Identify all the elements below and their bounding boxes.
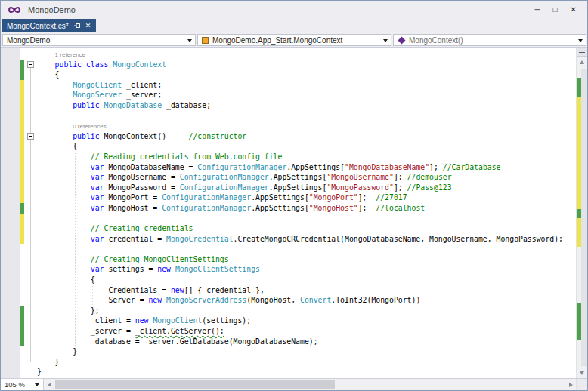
horizontal-scrollbar[interactable] bbox=[44, 379, 576, 390]
code-line[interactable]: var MongoPassword = ConfigurationManager… bbox=[1, 183, 576, 193]
code-token: //constructor bbox=[189, 132, 247, 140]
scroll-up-button[interactable] bbox=[577, 57, 587, 67]
code-line[interactable]: var MongoHost = ConfigurationManager.App… bbox=[1, 203, 576, 214]
scrollbar-change-mark bbox=[577, 143, 581, 152]
code-token bbox=[37, 347, 73, 356]
code-line[interactable] bbox=[1, 214, 576, 224]
tab-mongocontext[interactable]: MongoContext.cs* ✕ bbox=[2, 19, 96, 32]
code-token: Credentials = bbox=[108, 286, 171, 294]
code-line[interactable]: var MongoPort = ConfigurationManager.App… bbox=[1, 192, 576, 203]
code-line[interactable]: Credentials = new[] { credential }, bbox=[1, 285, 576, 296]
class-icon bbox=[202, 37, 209, 44]
code-token bbox=[37, 91, 73, 99]
scrollbar-change-mark bbox=[577, 312, 581, 321]
scrollbar-change-mark bbox=[577, 190, 581, 199]
zoom-dropdown-icon bbox=[35, 383, 39, 386]
code-line[interactable]: _database = _server.GetDatabase(MongoDat… bbox=[1, 337, 576, 347]
scroll-down-button[interactable] bbox=[577, 368, 587, 378]
code-token: var bbox=[91, 265, 104, 273]
code-token: "MongoUsername" bbox=[326, 173, 393, 181]
tab-close-icon[interactable]: ✕ bbox=[85, 23, 91, 29]
code-lines[interactable]: 1 reference public class MongoContext { … bbox=[1, 49, 576, 378]
code-line[interactable]: // Reading credentials from Web.config f… bbox=[1, 152, 576, 162]
code-line[interactable]: } bbox=[1, 346, 576, 357]
scrollbar-change-mark bbox=[577, 125, 581, 134]
split-handle-icon[interactable] bbox=[577, 48, 587, 57]
code-line[interactable] bbox=[1, 111, 576, 122]
code-line[interactable]: var MongoUsername = ConfigurationManager… bbox=[1, 172, 576, 183]
code-line[interactable] bbox=[1, 244, 576, 254]
scroll-left-button[interactable] bbox=[44, 379, 54, 390]
vertical-scrollbar[interactable] bbox=[576, 48, 587, 378]
scrollbar-change-mark bbox=[577, 331, 581, 340]
code-line[interactable]: var settings = new MongoClientSettings bbox=[1, 264, 576, 275]
pin-icon[interactable] bbox=[73, 22, 81, 29]
code-token bbox=[37, 60, 55, 69]
code-token bbox=[37, 306, 91, 315]
code-token: ]; bbox=[394, 183, 407, 192]
code-line[interactable]: }; bbox=[1, 306, 576, 316]
visual-studio-logo-icon bbox=[7, 4, 22, 16]
code-line[interactable]: _client = new MongoClient(settings); bbox=[1, 316, 576, 326]
scrollbar-change-mark bbox=[577, 78, 581, 87]
code-line[interactable]: MongoClient _client; bbox=[1, 80, 576, 91]
code-token bbox=[37, 224, 91, 232]
code-line[interactable]: public class MongoContext bbox=[1, 60, 576, 70]
code-line[interactable]: var MongoDatabaseName = ConfigurationMan… bbox=[1, 162, 576, 173]
code-line[interactable]: { bbox=[1, 69, 576, 80]
codelens-row[interactable]: 1 reference bbox=[1, 49, 576, 60]
maximize-button[interactable]: □ bbox=[553, 6, 558, 14]
code-token bbox=[37, 70, 55, 79]
code-line[interactable]: _server = _client.GetServer(); bbox=[1, 326, 576, 337]
minimize-button[interactable]: ─ bbox=[534, 6, 540, 14]
window-controls: ─ □ ✕ bbox=[534, 6, 581, 14]
code-token: _database; bbox=[162, 101, 211, 109]
zoom-control[interactable]: 105 % bbox=[1, 379, 44, 390]
code-line[interactable]: Server = new MongoServerAddress(MongoHos… bbox=[1, 295, 576, 306]
navigation-bar: MongoDemo MongoDemo.App_Start.MongoConte… bbox=[1, 32, 587, 48]
code-line[interactable]: public MongoContext() //constructor bbox=[1, 131, 576, 142]
codelens-row[interactable]: 0 references bbox=[1, 121, 576, 131]
code-line[interactable]: // Creating MongoClientSettings bbox=[1, 254, 576, 265]
vs-window: MongoDemo ─ □ ✕ MongoContext.cs* ✕ Mongo… bbox=[0, 0, 588, 391]
code-line[interactable]: { bbox=[1, 141, 576, 152]
close-button[interactable]: ✕ bbox=[571, 6, 577, 14]
codelens-label[interactable]: 0 references bbox=[73, 123, 106, 130]
code-line[interactable]: public MongoDatabase _database; bbox=[1, 100, 576, 111]
code-token: } bbox=[55, 358, 60, 366]
code-line[interactable]: } bbox=[1, 357, 576, 368]
scrollbar-change-mark bbox=[577, 322, 581, 331]
scrollbar-change-mark bbox=[577, 97, 581, 106]
code-token bbox=[37, 173, 91, 181]
code-token: _database = _server.GetDatabase(MongoDat… bbox=[91, 337, 318, 346]
scrollbar-change-mark bbox=[577, 209, 581, 218]
codelens-label[interactable]: 1 reference bbox=[55, 51, 85, 58]
type-dropdown[interactable]: MongoDemo.App_Start.MongoContext bbox=[197, 34, 391, 46]
code-line[interactable]: // Creating credentials bbox=[1, 223, 576, 234]
code-token: (MongoHost, bbox=[246, 296, 300, 304]
code-token: credential = bbox=[104, 235, 166, 243]
code-token bbox=[37, 358, 55, 366]
member-dropdown[interactable]: MongoContext() bbox=[393, 34, 586, 46]
code-token: .CreateMongoCRCredential(MongoDatabaseNa… bbox=[234, 235, 563, 243]
code-token: MongoHost = bbox=[104, 204, 162, 212]
code-token bbox=[37, 142, 73, 150]
code-token bbox=[37, 163, 91, 171]
type-dropdown-value: MongoDemo.App_Start.MongoContext bbox=[212, 36, 342, 45]
code-line[interactable]: } bbox=[1, 367, 576, 377]
scrollbar-change-mark bbox=[577, 162, 581, 171]
scroll-right-button[interactable] bbox=[565, 379, 576, 390]
code-token bbox=[37, 337, 91, 346]
scrollbar-change-mark bbox=[577, 153, 581, 162]
code-line[interactable]: MongoServer _server; bbox=[1, 90, 576, 100]
code-line[interactable]: { bbox=[1, 275, 576, 285]
horizontal-scrollbar-thumb[interactable] bbox=[55, 380, 335, 389]
code-editor[interactable]: 1 reference public class MongoContext { … bbox=[1, 48, 587, 378]
project-dropdown-value: MongoDemo bbox=[7, 36, 50, 45]
code-token: new bbox=[157, 265, 171, 273]
code-token: //demouser bbox=[407, 173, 452, 181]
code-token bbox=[37, 204, 91, 212]
project-dropdown[interactable]: MongoDemo bbox=[2, 34, 196, 46]
scrollbar-annotations bbox=[577, 48, 587, 378]
code-line[interactable]: var credential = MongoCredential.CreateM… bbox=[1, 234, 576, 245]
